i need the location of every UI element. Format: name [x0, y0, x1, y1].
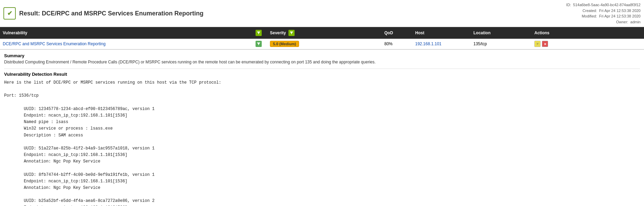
table-header: Vulnerability Severity QoD Host Location… [0, 27, 644, 39]
cell-location: 135/tcp [471, 40, 532, 47]
col-header-filter-icon[interactable] [250, 28, 267, 37]
page-title: Result: DCE/RPC and MSRPC Services Enume… [19, 10, 203, 17]
content-divider [4, 69, 640, 69]
severity-badge: 5.0 (Medium) [270, 41, 299, 47]
col-header-actions: Actions [532, 28, 555, 37]
page-header: ✔ Result: DCE/RPC and MSRPC Services Enu… [0, 0, 644, 27]
detection-title: Vulnerability Detection Result [4, 72, 640, 77]
col-header-qod: QoD [382, 28, 412, 37]
filter-icon[interactable] [256, 30, 262, 36]
cell-qod: 80% [382, 40, 412, 47]
main-content: Summary Distributed Computing Environmen… [0, 49, 644, 206]
cell-actions [532, 40, 555, 48]
severity-filter-icon[interactable] [288, 30, 295, 36]
cell-row-icon[interactable] [250, 40, 267, 48]
summary-text: Distributed Computing Environment / Remo… [4, 60, 640, 64]
meta-modified: Modified: Fri Apr 24 12:53:38 2020 [566, 13, 641, 19]
cell-host: 192.168.1.101 [412, 40, 471, 47]
col-header-location: Location [471, 28, 532, 37]
header-meta: ID: 514a6be8-5aac-4a90-bc42-874aa8f3f12 … [566, 2, 641, 25]
table-row: DCE/RPC and MSRPC Services Enumeration R… [0, 39, 644, 49]
meta-owner: Owner: admin [566, 19, 641, 25]
header-left: ✔ Result: DCE/RPC and MSRPC Services Enu… [3, 7, 203, 20]
detection-content: Here is the list of DCE/RPC or MSRPC ser… [4, 80, 640, 206]
col-header-severity: Severity [267, 28, 382, 37]
col-header-vulnerability: Vulnerability [0, 28, 250, 37]
notes-action-button[interactable] [534, 41, 541, 47]
row-filter-icon[interactable] [256, 41, 262, 47]
delete-action-button[interactable] [542, 41, 548, 47]
app-logo: ✔ [3, 7, 16, 20]
cell-vulnerability: DCE/RPC and MSRPC Services Enumeration R… [0, 40, 250, 47]
vulnerability-link[interactable]: DCE/RPC and MSRPC Services Enumeration R… [3, 41, 106, 46]
summary-title: Summary [4, 53, 640, 58]
meta-id: ID: 514a6be8-5aac-4a90-bc42-874aa8f3f12 [566, 2, 641, 8]
col-header-host: Host [412, 28, 471, 37]
meta-created: Created: Fri Apr 24 12:53:38 2020 [566, 8, 641, 14]
cell-severity: 5.0 (Medium) [267, 40, 382, 48]
host-link[interactable]: 192.168.1.101 [415, 41, 442, 46]
